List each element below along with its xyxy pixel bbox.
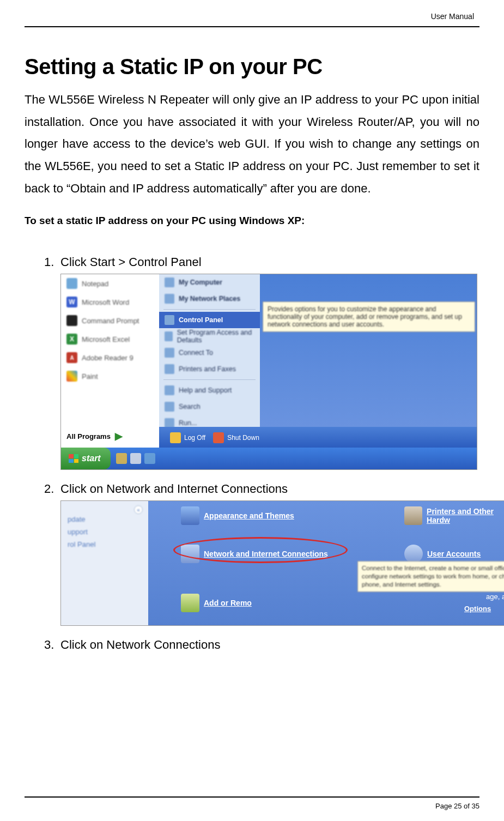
help-icon	[165, 385, 174, 395]
appearance-themes-link[interactable]: Appearance and Themes	[181, 506, 294, 525]
appearance-icon	[181, 506, 199, 525]
quicklaunch-icon-2[interactable]	[130, 453, 141, 464]
excel-icon: X	[66, 334, 77, 345]
notepad-icon	[66, 278, 77, 289]
footer-rule	[25, 796, 479, 798]
chevron-right-icon: ▶	[115, 430, 123, 442]
printers-faxes[interactable]: Printers and Faxes	[159, 361, 260, 377]
program-access-icon	[165, 331, 173, 341]
logoff-icon	[170, 432, 181, 443]
section-subhead: To set a static IP address on your PC us…	[25, 215, 479, 227]
start-menu-right-column: My Computer My Network Places Control Pa…	[159, 274, 260, 449]
printer-icon	[165, 364, 174, 374]
step-1: 1. Click Start > Control Panel Notepad W…	[44, 255, 479, 470]
page-title: Setting a Static IP on your PC	[25, 55, 479, 79]
quicklaunch-icon-3[interactable]	[144, 453, 155, 464]
network-tooltip: Connect to the Internet, create a home o…	[357, 561, 504, 592]
my-network-places[interactable]: My Network Places	[159, 291, 260, 307]
start-item-paint[interactable]: Paint	[61, 367, 159, 385]
computer-icon	[165, 277, 174, 287]
start-item-excel[interactable]: XMicrosoft Excel	[61, 330, 159, 348]
start-button[interactable]: start	[61, 448, 111, 469]
connect-icon	[165, 348, 174, 358]
logoff-bar: Log Off Shut Down	[159, 427, 477, 449]
help-support[interactable]: Help and Support	[159, 382, 260, 399]
shutdown-button[interactable]: Shut Down	[213, 432, 259, 443]
search[interactable]: Search	[159, 399, 260, 415]
step-1-number: 1.	[44, 255, 54, 269]
adobe-icon: A	[66, 352, 77, 363]
my-computer[interactable]: My Computer	[159, 274, 260, 291]
side-link-support[interactable]: upport	[68, 528, 148, 536]
printers-icon	[404, 506, 422, 525]
control-panel[interactable]: Control Panel	[159, 312, 260, 328]
step-2-number: 2.	[44, 482, 54, 496]
desktop-background	[260, 274, 477, 427]
users-icon	[404, 545, 423, 563]
start-item-word[interactable]: WMicrosoft Word	[61, 293, 159, 311]
network-icon	[181, 545, 199, 563]
logoff-button[interactable]: Log Off	[170, 432, 205, 443]
start-menu-left-column: Notepad WMicrosoft Word Command Prompt X…	[61, 274, 159, 449]
step-3-text: Click on Network Connections	[60, 638, 220, 651]
page-footer: Page 25 of 35	[25, 796, 479, 810]
word-icon: W	[66, 297, 77, 307]
intro-paragraph: The WL556E Wireless N Repeater will only…	[25, 89, 479, 200]
network-places-icon	[165, 294, 174, 304]
paint-icon	[66, 371, 77, 382]
side-link-panel[interactable]: rol Panel	[68, 540, 148, 548]
all-programs[interactable]: All Programs ▶	[66, 430, 123, 442]
add-remove-programs-link[interactable]: Add or Remo	[181, 594, 252, 612]
quicklaunch	[111, 453, 155, 464]
start-item-notepad[interactable]: Notepad	[61, 274, 159, 293]
shutdown-icon	[213, 432, 224, 443]
page-number: Page 25 of 35	[25, 802, 479, 810]
control-panel-icon	[165, 315, 174, 325]
cropped-text: age, an	[486, 593, 504, 601]
windows-logo-icon	[69, 454, 78, 463]
quicklaunch-icon-1[interactable]	[116, 453, 127, 464]
step-2: 2. Click on Network and Internet Connect…	[44, 482, 479, 626]
add-remove-icon	[181, 594, 199, 612]
network-internet-link[interactable]: Network and Internet Connections	[181, 545, 328, 563]
control-panel-tooltip: Provides options for you to customize th…	[263, 301, 475, 332]
screenshot-start-menu: Notepad WMicrosoft Word Command Prompt X…	[60, 274, 477, 470]
step-2-text: Click on Network and Internet Connection…	[60, 482, 288, 496]
connect-to[interactable]: Connect To	[159, 345, 260, 361]
start-item-command-prompt[interactable]: Command Prompt	[61, 311, 159, 330]
options-cropped: Options	[464, 605, 491, 613]
screenshot-control-panel: « pdate upport rol Panel Appearance and …	[60, 500, 504, 626]
step-1-text: Click Start > Control Panel	[60, 255, 202, 269]
control-panel-categories: Appearance and Themes Network and Intern…	[148, 501, 504, 626]
side-link-update[interactable]: pdate	[68, 515, 148, 523]
start-item-adobe-reader[interactable]: AAdobe Reader 9	[61, 348, 159, 367]
step-3: 3. Click on Network Connections	[44, 638, 479, 652]
taskbar: start	[61, 448, 477, 469]
search-icon	[165, 402, 174, 412]
header-label: User Manual	[25, 11, 479, 21]
user-accounts-link[interactable]: User Accounts	[404, 545, 481, 563]
control-panel-side-pane: « pdate upport rol Panel	[61, 501, 148, 626]
step-3-number: 3.	[44, 638, 54, 652]
set-program-access[interactable]: Set Program Access and Defaults	[159, 328, 260, 345]
printers-hardware-link[interactable]: Printers and Other Hardw	[404, 506, 504, 525]
header-rule	[25, 26, 479, 27]
cmd-icon	[66, 315, 77, 326]
collapse-icon[interactable]: «	[134, 505, 143, 514]
